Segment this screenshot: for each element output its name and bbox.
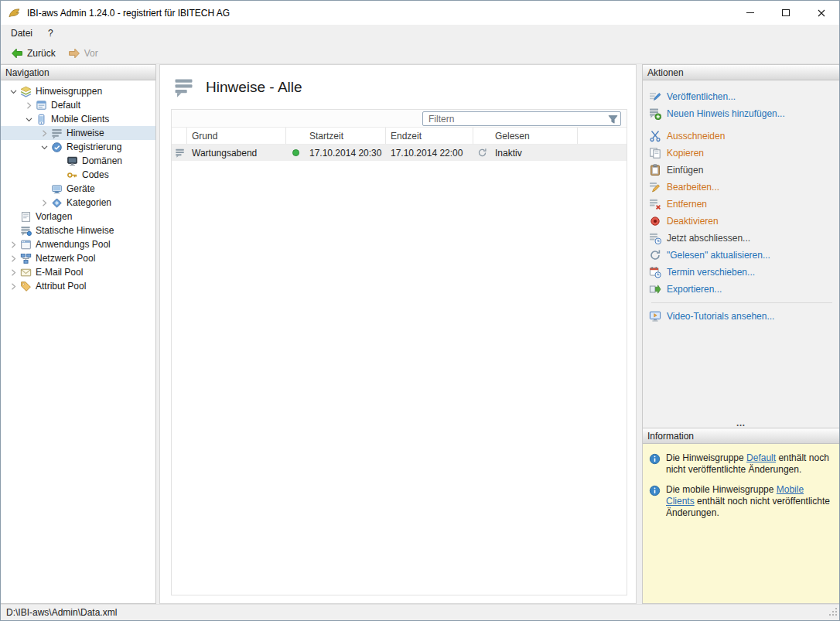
close-button[interactable] <box>804 1 839 25</box>
action-einfuegen[interactable]: Einfügen <box>649 162 835 179</box>
chevron-down-icon[interactable] <box>38 141 50 153</box>
video-tutorials-icon <box>649 310 661 322</box>
tree-item-vorlagen[interactable]: Vorlagen <box>1 210 155 223</box>
col-header-read-icon[interactable] <box>473 128 490 144</box>
col-header-status[interactable] <box>286 128 305 144</box>
tree-item-codes[interactable]: Codes <box>1 168 155 182</box>
email-pool-icon <box>19 266 32 278</box>
close-icon <box>818 9 825 17</box>
resize-grip-icon[interactable] <box>828 607 838 619</box>
tree-item-geraete[interactable]: Geräte <box>1 182 155 196</box>
col-header-label: Gelesen <box>495 131 530 142</box>
chevron-down-icon[interactable] <box>7 85 19 97</box>
chevron-right-icon[interactable] <box>7 252 19 264</box>
info-note-text: Die Hinweisgruppe Default enthält noch n… <box>666 452 833 476</box>
action-video-tutorials[interactable]: Video-Tutorials ansehen... <box>649 308 835 325</box>
tree-item-registrierung[interactable]: Registrierung <box>1 140 155 154</box>
tree-item-hinweise[interactable]: Hinweise <box>1 126 155 140</box>
minimize-button[interactable] <box>732 1 768 25</box>
actions-header: Aktionen <box>643 65 839 80</box>
main-panel: Hinweise - Alle Grund Startzeit <box>159 64 637 604</box>
tree-item-label: Domänen <box>82 155 122 166</box>
col-header-startzeit[interactable]: Startzeit <box>305 128 386 144</box>
chevron-right-icon[interactable] <box>7 280 19 292</box>
forward-button[interactable]: Vor <box>62 45 104 62</box>
add-notice-icon <box>649 107 661 120</box>
action-entfernen[interactable]: Entfernen <box>649 196 835 213</box>
cell-status <box>286 145 305 161</box>
maximize-button[interactable] <box>768 1 804 25</box>
information-header: Information <box>643 428 839 444</box>
action-label: Deaktivieren <box>667 216 719 227</box>
tree-item-label: Kategorien <box>67 197 111 208</box>
chevron-right-icon[interactable] <box>22 99 35 111</box>
tree-item-netzwerk-pool[interactable]: Netzwerk Pool <box>1 251 155 265</box>
menubar: Datei ? <box>1 25 839 43</box>
tree-item-default[interactable]: Default <box>1 98 155 112</box>
actions-list: Veröffentlichen... Neuen Hinweis hinzufü… <box>643 80 839 325</box>
action-bearbeiten[interactable]: Bearbeiten... <box>649 179 835 196</box>
tree-item-label: Hinweise <box>67 128 104 138</box>
info-icon <box>649 485 661 496</box>
col-header-icon[interactable] <box>172 128 187 144</box>
action-termin-verschieben[interactable]: Termin verschieben... <box>649 264 835 281</box>
cell-icon <box>172 145 187 161</box>
attribute-pool-icon <box>19 280 32 292</box>
tree-item-domaenen[interactable]: Domänen <box>1 154 155 168</box>
chevron-right-icon[interactable] <box>7 238 19 251</box>
back-arrow-icon <box>11 47 23 60</box>
action-kopieren[interactable]: Kopieren <box>649 145 835 162</box>
network-pool-icon <box>19 252 32 264</box>
tree-item-mobile-clients[interactable]: Mobile Clients <box>1 112 155 126</box>
col-header-grund[interactable]: Grund <box>187 128 286 144</box>
tree-item-label: Codes <box>82 169 109 180</box>
actions-overflow-button[interactable]: … <box>643 419 839 428</box>
action-label: Exportieren... <box>667 284 722 295</box>
action-jetzt-abschliessen[interactable]: Jetzt abschliessen... <box>649 230 835 247</box>
actions-panel: Aktionen Veröffentlichen... Neuen Hinwei… <box>642 64 839 428</box>
col-header-filler <box>578 128 627 144</box>
tree-item-statische-hinweise[interactable]: Statische Hinweise <box>1 223 155 237</box>
menu-help[interactable]: ? <box>40 25 61 43</box>
action-deaktivieren[interactable]: Deaktivieren <box>649 213 835 230</box>
tree-item-kategorien[interactable]: Kategorien <box>1 196 155 210</box>
info-note-mobile-clients: Die mobile Hinweisgruppe Mobile Clients … <box>649 484 833 519</box>
navigation-panel: Navigation Hinweisgruppen Default Mobile… <box>1 64 156 604</box>
action-ausschneiden[interactable]: Ausschneiden <box>649 128 835 145</box>
application-pool-icon <box>19 238 32 251</box>
tree-item-hinweisgruppen[interactable]: Hinweisgruppen <box>1 84 155 98</box>
chevron-right-icon[interactable] <box>38 196 50 209</box>
action-veroeffentlichen[interactable]: Veröffentlichen... <box>649 88 835 105</box>
menu-datei[interactable]: Datei <box>3 25 40 43</box>
chevron-right-icon[interactable] <box>38 127 50 139</box>
tree-item-attribut-pool[interactable]: Attribut Pool <box>1 279 155 293</box>
col-header-label: Grund <box>192 131 217 142</box>
col-header-gelesen[interactable]: Gelesen <box>490 128 578 144</box>
back-label: Zurück <box>27 48 56 59</box>
filter-input[interactable] <box>422 111 621 126</box>
cell-gelesen: Inaktiv <box>490 145 578 161</box>
action-label: Entfernen <box>667 199 707 210</box>
tree-item-label: Default <box>51 100 80 111</box>
tree-item-anwendungs-pool[interactable]: Anwendungs Pool <box>1 237 155 251</box>
information-body: Die Hinweisgruppe Default enthält noch n… <box>643 444 839 519</box>
app-window: IBI-aws Admin 1.24.0 - registriert für I… <box>0 0 840 621</box>
default-link[interactable]: Default <box>746 452 776 463</box>
col-header-endzeit[interactable]: Endzeit <box>386 128 473 144</box>
chevron-down-icon[interactable] <box>22 113 35 125</box>
chevron-right-icon[interactable] <box>7 266 19 278</box>
deactivate-icon <box>649 215 661 227</box>
action-gelesen-aktualisieren[interactable]: "Gelesen" aktualisieren... <box>649 247 835 264</box>
back-button[interactable]: Zurück <box>5 45 62 62</box>
tree-item-label: Attribut Pool <box>36 281 86 292</box>
action-neuen-hinweis-hinzufuegen[interactable]: Neuen Hinweis hinzufügen... <box>649 105 835 122</box>
statusbar-path: D:\IBI-aws\Admin\Data.xml <box>6 607 117 618</box>
col-header-label: Endzeit <box>391 131 422 142</box>
main-title-row: Hinweise - Alle <box>160 65 636 97</box>
table-row[interactable]: Wartungsabend 17.10.2014 20:30 17.10.201… <box>172 145 627 161</box>
tree-item-label: Hinweisgruppen <box>36 86 102 97</box>
edit-icon <box>649 181 661 193</box>
right-column: Aktionen Veröffentlichen... Neuen Hinwei… <box>642 64 839 604</box>
tree-item-email-pool[interactable]: E-Mail Pool <box>1 265 155 279</box>
action-exportieren[interactable]: Exportieren... <box>649 281 835 298</box>
